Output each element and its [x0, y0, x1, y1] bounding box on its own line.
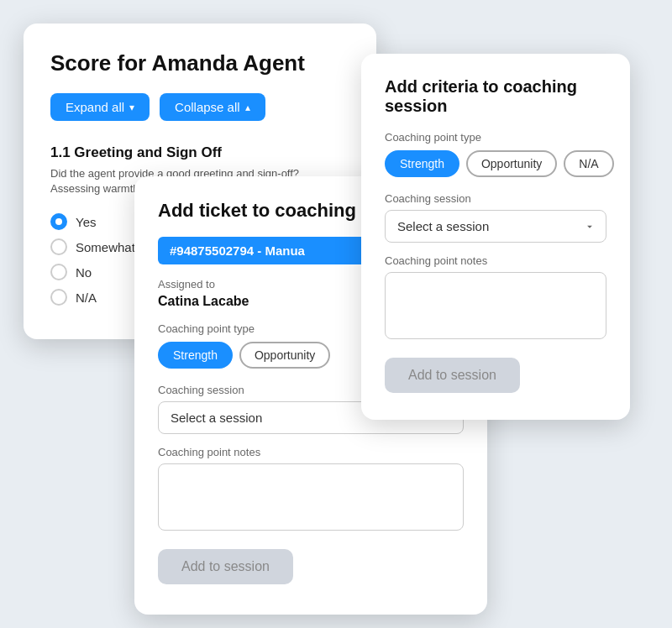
score-card-title: Score for Amanda Agent: [50, 50, 349, 76]
criteria-type-na-button[interactable]: N/A: [564, 150, 613, 177]
ticket-notes-label: Coaching point notes: [158, 446, 464, 458]
criteria-type-opportunity-button[interactable]: Opportunity: [466, 150, 557, 177]
radio-no-label: No: [76, 265, 92, 280]
expand-all-label: Expand all: [66, 100, 124, 114]
criteria-notes-label: Coaching point notes: [385, 254, 606, 267]
criteria-notes-textarea[interactable]: [385, 272, 606, 339]
collapse-all-button[interactable]: Collapse all ▴: [160, 93, 265, 121]
criteria-type-btn-row: Strength Opportunity N/A: [385, 150, 606, 177]
radio-na-circle: [50, 289, 67, 306]
criteria-card: Add criteria to coaching session Coachin…: [361, 54, 630, 420]
criteria-session-select[interactable]: Select a session: [385, 210, 606, 243]
criteria-add-session-button[interactable]: Add to session: [385, 358, 520, 393]
collapse-all-label: Collapse all: [175, 100, 240, 114]
ticket-add-session-button[interactable]: Add to session: [158, 549, 293, 584]
radio-yes-circle: [50, 213, 67, 230]
criteria-card-title: Add criteria to coaching session: [385, 77, 606, 116]
criteria-session-label: Coaching session: [385, 192, 606, 205]
expand-chevron-icon: ▾: [129, 102, 134, 113]
section-title: 1.1 Greeting and Sign Off: [50, 144, 349, 161]
expand-collapse-row: Expand all ▾ Collapse all ▴: [50, 93, 349, 121]
radio-somewhat-circle: [50, 238, 67, 255]
radio-somewhat-label: Somewhat: [76, 240, 135, 254]
collapse-chevron-icon: ▴: [245, 102, 250, 113]
radio-na-label: N/A: [76, 290, 97, 305]
ticket-type-strength-button[interactable]: Strength: [158, 342, 233, 369]
ticket-type-opportunity-button[interactable]: Opportunity: [239, 342, 330, 369]
radio-no-circle: [50, 264, 67, 280]
criteria-type-strength-button[interactable]: Strength: [385, 150, 459, 177]
ticket-notes-textarea[interactable]: [158, 463, 464, 531]
expand-all-button[interactable]: Expand all ▾: [50, 93, 150, 121]
radio-yes-label: Yes: [76, 215, 96, 229]
criteria-coaching-point-label: Coaching point type: [385, 131, 606, 144]
